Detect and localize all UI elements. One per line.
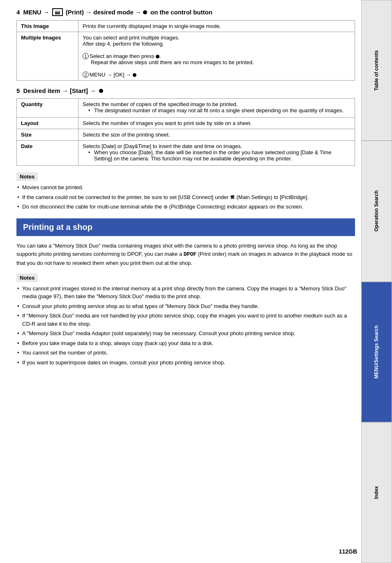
circle-num-1: 1 [83,53,89,59]
sidebar-tab-operation[interactable]: Operation Search [361,141,392,281]
step4-heading: 4 MENU → 📷 (Print) → desired mode → on t… [16,8,355,16]
circle-bullet-inline-2 [133,73,136,77]
notes-badge-1: Notes [16,172,38,181]
list-item: If "Memory Stick Duo" media are not hand… [16,312,355,328]
pictbridge-icon: ⊛ [164,204,168,210]
notes-label-1: Notes [20,174,35,180]
table-row: Multiple Images You can select and print… [17,32,355,81]
list-item: You cannot set the number of prints. [16,349,355,357]
page-number: 112GB [339,548,357,555]
circle-num-2: 2 [83,72,89,78]
sidebar-tab-menu[interactable]: MENU/Settings Search [361,282,392,422]
def-date: Selects [Date] or [Day&Time] to insert t… [78,141,355,166]
printing-at-shop-body: You can take a "Memory Stick Duo" media … [16,242,355,268]
notes-list-2: You cannot print images stored in the in… [16,285,355,367]
term-quantity: Quantity [17,99,78,118]
def-quantity: Selects the number of copies of the spec… [78,99,355,118]
list-item: Before you take image data to a shop, al… [16,339,355,348]
term-size: Size [17,129,78,141]
table-row: Size Selects the size of the printing sh… [17,129,355,141]
main-content: 4 MENU → 📷 (Print) → desired mode → on t… [8,0,359,382]
list-item: You cannot print images stored in the in… [16,285,355,301]
sidebar-tab-index[interactable]: Index [361,422,392,563]
table-row: Layout Selects the number of images you … [17,118,355,129]
def-multiple-images: You can select and print multiple images… [78,32,355,81]
table-row: Date Selects [Date] or [Day&Time] to ins… [17,141,355,166]
def-this-image: Prints the currently displayed image in … [78,21,355,32]
notes-section-1: Notes Movies cannot be printed. If the c… [16,172,355,211]
settings-icon: 🛠 [230,195,235,200]
def-size: Selects the size of the printing sheet. [78,129,355,141]
circle-bullet-1 [143,10,147,14]
step5-heading: 5 Desired item → [Start] → [16,87,355,94]
term-layout: Layout [17,118,78,129]
notes-section-2: Notes You cannot print images stored in … [16,273,355,367]
term-date: Date [17,141,78,166]
step5-number: 5 [16,87,20,94]
step5-table: Quantity Selects the number of copies of… [16,98,355,166]
sidebar-tab-toc[interactable]: Table of contents [361,0,392,141]
term-this-image: This Image [17,21,78,32]
list-item: Consult your photo printing service shop… [16,302,355,310]
notes-list-1: Movies cannot be printed. If the camera … [16,183,355,211]
notes-badge-2: Notes [16,273,38,282]
tab-operation-label: Operation Search [374,190,380,232]
step4-number: 4 [16,9,20,16]
step4-table: This Image Prints the currently displaye… [16,20,355,81]
notes-label-2: Notes [20,275,35,281]
circle-bullet-5 [99,89,103,93]
list-item: If you want to superimpose dates on imag… [16,359,355,367]
def-layout: Selects the number of images you want to… [78,118,355,129]
table-row: This Image Prints the currently displaye… [17,21,355,32]
tab-menu-label: MENU/Settings Search [374,325,380,378]
tab-toc-label: Table of contents [374,50,380,90]
tab-index-label: Index [374,486,380,499]
list-item: Do not disconnect the cable for multi-us… [16,203,355,211]
list-item: A "Memory Stick Duo" media Adaptor (sold… [16,329,355,338]
term-multiple-images: Multiple Images [17,32,78,81]
list-item: If the camera could not be connected to … [16,193,355,202]
dpof-text: DPOF [184,251,196,257]
print-icon: 📷 [52,8,63,16]
circle-bullet-inline [156,55,159,58]
list-item: Movies cannot be printed. [16,183,355,192]
printing-at-shop-heading: Printing at a shop [16,218,355,236]
right-sidebar: Table of contents Operation Search MENU/… [361,0,392,563]
table-row: Quantity Selects the number of copies of… [17,99,355,118]
